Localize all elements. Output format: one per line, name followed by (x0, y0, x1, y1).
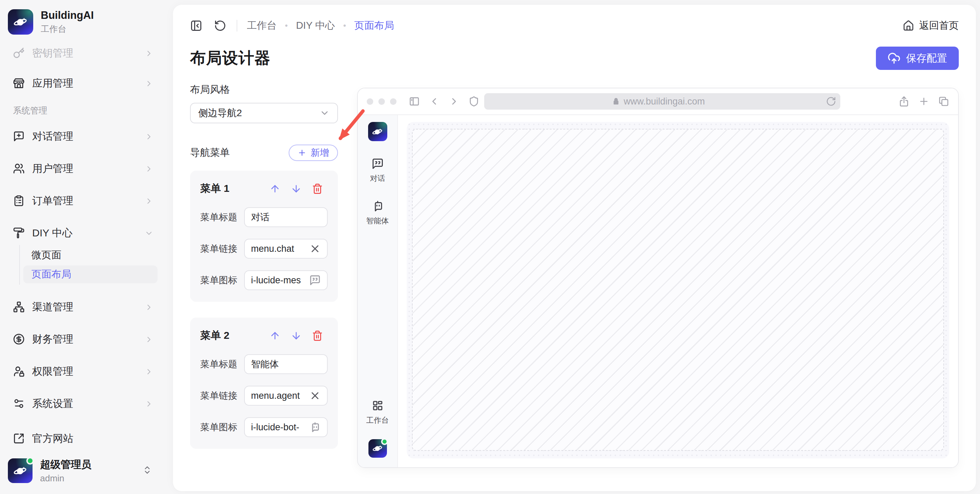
sidebar-item-label: 渠道管理 (32, 300, 145, 314)
store-icon (13, 77, 25, 89)
avatar (8, 458, 33, 483)
move-down-button[interactable] (291, 330, 302, 341)
sidebar-item-label: 财务管理 (32, 332, 145, 346)
chevron-down-icon (320, 108, 330, 118)
nav-menu-row: 导航菜单 新增 (190, 145, 338, 161)
preview-nav-agent[interactable]: 智能体 (366, 200, 389, 226)
breadcrumb-workspace[interactable]: 工作台 (247, 19, 277, 33)
content-row: 布局风格 侧边导航2 导航菜单 新增 (190, 83, 959, 468)
network-icon (13, 301, 25, 313)
preview-nav-workspace[interactable]: 工作台 (366, 400, 389, 425)
sidebar-item-order-management[interactable]: 订单管理 (5, 191, 158, 211)
back-home-button[interactable]: 返回首页 (903, 19, 959, 33)
sidebar-section-label: 系统管理 (13, 105, 164, 116)
panel-sidebar-icon[interactable] (409, 96, 420, 107)
nav-menu-label: 导航菜单 (190, 146, 230, 159)
back-home-label: 返回首页 (919, 19, 959, 33)
chevrons-up-down-icon (142, 465, 158, 476)
sidebar-subitem-page-layout[interactable]: 页面布局 (23, 266, 158, 283)
card-header: 工作台 • DIY 中心 • 页面布局 返回首页 (190, 15, 959, 36)
sidebar-subitem-micro-page[interactable]: 微页面 (23, 246, 158, 264)
delete-menu-button[interactable] (312, 183, 323, 194)
menu-icon-label: 菜单图标 (200, 274, 242, 287)
sidebar-item-label: 官方网站 (32, 432, 153, 446)
users-icon (13, 163, 25, 174)
menu-icon-input[interactable]: i-lucide-mes (244, 270, 328, 290)
user-menu[interactable]: 超级管理员 admin (8, 458, 158, 484)
delete-menu-button[interactable] (312, 330, 323, 341)
sidebar-item-key-management[interactable]: 密钥管理 (5, 43, 158, 63)
add-menu-label: 新增 (310, 147, 329, 159)
preview-nav-chat[interactable]: 对话 (370, 158, 385, 183)
divider (237, 20, 237, 32)
browser-forward-icon[interactable] (449, 96, 460, 107)
move-up-button[interactable] (269, 183, 280, 194)
chevron-down-icon (145, 228, 153, 237)
menu-card-2: 菜单 2 菜单标题 智能体 (190, 317, 338, 449)
bot-message-square-icon (309, 421, 321, 433)
paint-roller-icon (13, 227, 25, 239)
browser-back-icon[interactable] (429, 96, 440, 107)
move-down-button[interactable] (291, 183, 302, 194)
menu-title-label: 菜单标题 (200, 211, 242, 223)
circle-dollar-icon (13, 333, 25, 345)
preview-mini-sidebar: 对话 智能体 工作台 (358, 115, 398, 467)
sidebar: BuildingAI 工作台 密钥管理 应用管理 系统管理 对话管理 (0, 0, 164, 494)
clear-icon[interactable] (309, 390, 321, 402)
menu-card-1: 菜单 1 菜单标题 对话 (190, 171, 338, 302)
sidebar-item-channel-management[interactable]: 渠道管理 (5, 297, 158, 317)
sidebar-nav: 密钥管理 应用管理 系统管理 对话管理 用户管理 (0, 43, 164, 450)
preview-logo (368, 122, 387, 141)
menu-card-title: 菜单 2 (200, 328, 229, 343)
chevron-right-icon (145, 132, 153, 141)
screen: BuildingAI 工作台 密钥管理 应用管理 系统管理 对话管理 (0, 0, 980, 494)
sidebar-item-system-settings[interactable]: 系统设置 (5, 394, 158, 413)
user-lock-icon (13, 365, 25, 377)
preview-avatar[interactable] (368, 439, 387, 458)
preview-page-panel (407, 122, 949, 458)
address-bar[interactable]: www.buildingai.com (484, 93, 840, 110)
sidebar-item-diy-center[interactable]: DIY 中心 (5, 223, 158, 243)
page-refresh-icon[interactable] (826, 96, 836, 107)
breadcrumb-page-layout[interactable]: 页面布局 (355, 19, 394, 33)
layout-style-value: 侧边导航2 (198, 107, 320, 120)
chevron-right-icon (145, 367, 153, 376)
menu-icon-input[interactable]: i-lucide-bot- (244, 417, 328, 437)
key-icon (13, 47, 25, 59)
sidebar-item-permission-management[interactable]: 权限管理 (5, 362, 158, 381)
sidebar-item-finance-management[interactable]: 财务管理 (5, 329, 158, 349)
user-name: 超级管理员 (40, 458, 142, 472)
breadcrumb-diy-center[interactable]: DIY 中心 (296, 19, 335, 33)
menu-link-label: 菜单链接 (200, 242, 242, 255)
message-square-quote-icon (372, 158, 384, 170)
title-row: 布局设计器 保存配置 (190, 46, 959, 70)
collapse-sidebar-icon[interactable] (190, 19, 202, 32)
clear-icon[interactable] (309, 243, 321, 255)
diy-submenu: 微页面 页面布局 (19, 245, 158, 285)
new-tab-icon[interactable] (918, 96, 929, 107)
sidebar-item-user-management[interactable]: 用户管理 (5, 159, 158, 178)
brand: BuildingAI 工作台 (8, 9, 157, 35)
share-icon[interactable] (899, 96, 910, 107)
menu-title-input[interactable]: 智能体 (244, 354, 328, 374)
menu-link-input[interactable]: menu.agent (244, 386, 328, 406)
tabs-overview-icon[interactable] (938, 96, 949, 107)
sidebar-item-official-website[interactable]: 官方网站 (5, 429, 158, 448)
layout-style-select[interactable]: 侧边导航2 (190, 103, 338, 123)
sidebar-item-app-management[interactable]: 应用管理 (5, 73, 158, 93)
save-config-label: 保存配置 (906, 51, 947, 65)
user-role: admin (40, 473, 142, 484)
chevron-right-icon (145, 79, 153, 88)
sidebar-item-chat-management[interactable]: 对话管理 (5, 126, 158, 146)
refresh-icon[interactable] (214, 19, 226, 32)
menu-link-input[interactable]: menu.chat (244, 239, 328, 259)
menu-title-input[interactable]: 对话 (244, 207, 328, 227)
add-menu-button[interactable]: 新增 (289, 145, 338, 161)
preview-body: 对话 智能体 工作台 (358, 115, 958, 467)
message-square-quote-icon (309, 274, 321, 286)
save-config-button[interactable]: 保存配置 (876, 46, 959, 70)
breadcrumb: 工作台 • DIY 中心 • 页面布局 (247, 19, 394, 33)
chevron-right-icon (145, 196, 153, 205)
move-up-button[interactable] (269, 330, 280, 341)
browser-toolbar: www.buildingai.com (358, 88, 958, 115)
